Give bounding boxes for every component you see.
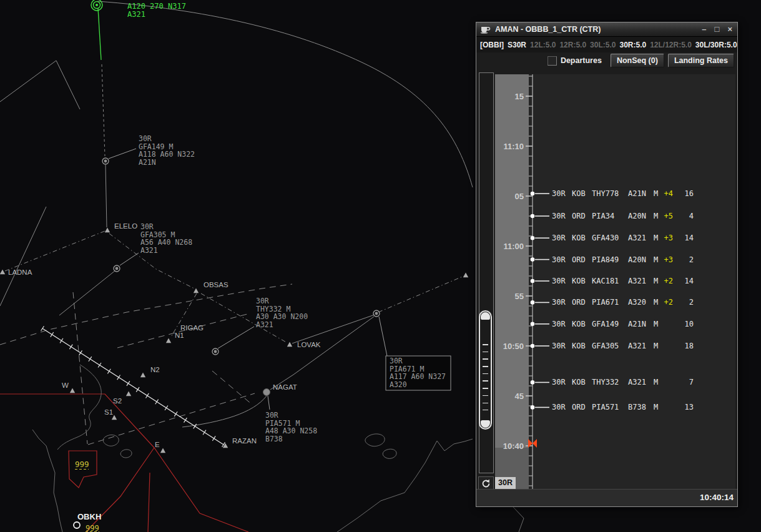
coast-bay [57,365,101,450]
island-2 [120,450,132,458]
flight-callsign: PIA849 [592,255,619,264]
flight-row[interactable]: 30RORDPIA671A320M+22 [531,298,694,307]
flight-fix: ORD [572,403,586,411]
island-3 [365,434,385,446]
flight-type: A20N [628,255,646,264]
flight-runway: 30R [552,320,566,328]
waypoint-label: W [62,382,69,389]
timeline-scrollbar-thumb[interactable] [479,310,492,430]
flight-delay: +3 [664,255,673,264]
leader-line [218,327,254,348]
coast-west [32,430,62,532]
flight-number: 4 [689,212,694,220]
runway-tab-30R[interactable]: 30R [495,477,516,489]
flight-fix: KOB [572,277,586,285]
waypoint-label: LOVAK [297,341,321,348]
waypoint-label: E [155,441,160,448]
flight-number: 14 [685,234,694,242]
waypoint-NAGAT: NAGAT [273,383,297,391]
leader-line [120,253,139,265]
island-4 [383,449,396,458]
aircraft-GFA149[interactable]: 30RGFA149 MA118 A60 N322A21N [102,134,195,167]
waypoint-N2: N2 [140,366,160,377]
flight-fix: KOB [572,234,586,242]
flight-row[interactable]: 30RORDPIA849A20NM+32 [531,255,694,264]
flight-runway: 30R [552,212,566,220]
aircraft-unknown[interactable]: A120 270 N317A321 [91,0,186,19]
radar-screen: ELELOLADNAOBSASRIGAGN1N2WS2S1ENAGATRAZAN… [0,0,761,532]
timeline-time-label: 45 [515,392,524,401]
flight-row[interactable]: 30RORDPIA571B738M13 [531,403,694,411]
waypoint-label: LADNA [8,268,32,276]
timeline[interactable]: 10:404510:505511:000511:101530RKOBTHY778… [476,22,737,506]
flight-runway: 30R [552,277,566,285]
timeline-time-label: 55 [515,292,524,301]
waypoint-LADNA: LADNA [0,268,32,276]
flight-runway: 30R [552,255,566,264]
aircraft-THY332[interactable]: 30RTHY332 MA30 A30 N200A321 [212,297,308,355]
flight-row[interactable]: 30RKOBTHY778A21NM+416 [531,189,694,198]
flight-wtc: M [654,403,658,411]
island-1 [103,435,119,446]
aircraft-PIA671[interactable]: 30RPIA671 MA117 A60 N327A320 [373,310,451,390]
restricted-area-code: 999 [75,460,89,469]
timeline-scrollbar[interactable] [479,72,494,473]
flight-row[interactable]: 30RKOBKAC181A321M+214 [531,277,694,285]
flight-row[interactable]: 30RORDPIA34A20NM+54 [531,212,694,220]
system-clock: 10:40:14 [700,490,734,506]
flight-type: A321 [628,342,646,350]
aircraft-target [263,389,270,396]
scrollbar-cap-bottom [481,420,490,428]
flight-type: A21N [628,320,646,328]
waypoint-S2: S2 [113,392,131,405]
flight-type: A320 [628,298,646,307]
awy-ladna-elelo [5,231,105,271]
flight-number: 16 [685,189,694,198]
cz-north [0,284,292,345]
flight-callsign: PIA34 [592,212,614,220]
awy-east [378,276,464,312]
flight-wtc: M [654,378,658,387]
waypoint-label: N1 [175,332,184,339]
flight-callsign: PIA671 [592,298,619,307]
leader-line [268,396,270,410]
flight-row[interactable]: 30RKOBGFA149A21NM10 [531,320,694,328]
flight-row[interactable]: 30RKOBGFA430A321M+314 [531,234,694,242]
waypoint-RAZAN: RAZAN [223,437,257,448]
flight-fix: ORD [572,212,586,220]
airport-elevation-label: 999 [86,524,99,532]
refresh-button[interactable] [478,476,494,490]
waypoint-label: RAZAN [232,437,257,445]
gfa149-history [102,64,105,156]
timeline-time-label: 10:40 [503,441,524,451]
gfa305-route [59,270,115,315]
aman-window[interactable]: AMAN - OBBB_1_CTR (CTR) – □ × [OBBI]S30R… [476,22,738,507]
flight-fix: ORD [572,255,586,264]
waypoint-W: W [62,382,75,393]
aircraft-PIA571[interactable]: 30RPIA571 MA48 A30 N258B738 [263,389,318,444]
flight-number: 18 [685,342,694,350]
flight-number: 13 [685,403,694,411]
timeline-time-label: 11:10 [503,142,524,151]
scrollbar-cap-top [481,312,490,320]
waypoint-label: S2 [113,397,122,405]
waypoint-LOVAK: LOVAK [287,341,321,348]
coast-southeast [337,439,473,532]
leader-line [379,317,387,356]
green-track [98,8,101,60]
flight-type: A20N [628,212,646,220]
flight-delay: +2 [664,277,673,285]
timeline-time-label: 05 [515,192,524,201]
flight-wtc: M [654,277,658,285]
flight-row[interactable]: 30RKOBGFA305A321M18 [531,342,694,350]
flight-type: A321 [628,234,646,242]
ridge [0,61,80,109]
waypoint-N1: N1 [166,332,184,343]
waypoint-label: N2 [150,366,160,373]
flight-row[interactable]: 30RKOBTHY332A321M7 [531,378,694,387]
airport-OBKH: OBKH999 [74,512,101,532]
sector-left [0,207,46,306]
waypoint-ELELO: ELELO [105,222,137,232]
flight-callsign: THY778 [592,189,619,198]
coast-below-window [513,507,524,532]
